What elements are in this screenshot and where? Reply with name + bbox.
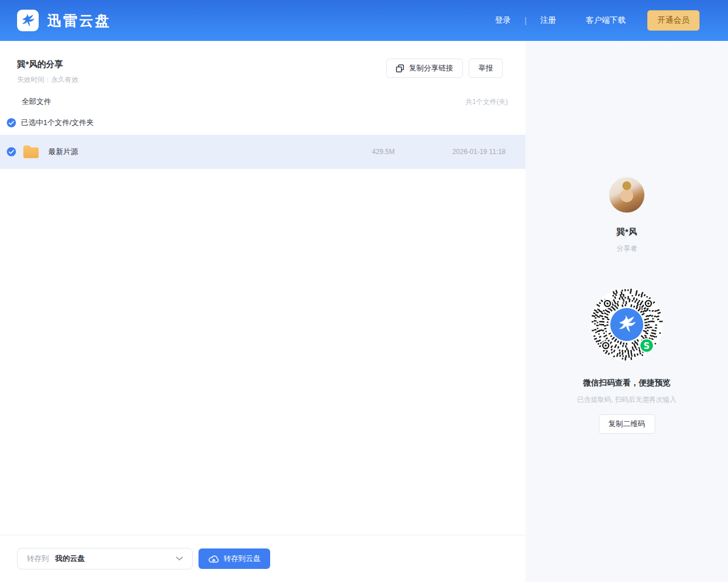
share-head: 巽*风的分享 失效时间：永久有效 复制分享链接 举报 xyxy=(0,41,526,85)
file-checkbox[interactable] xyxy=(7,147,16,156)
copy-icon xyxy=(396,64,404,73)
save-to-value: 我的云盘 xyxy=(55,554,85,564)
cloud-upload-icon xyxy=(208,555,219,563)
brand-name: 迅雷云盘 xyxy=(47,11,111,30)
xunlei-bird-icon xyxy=(20,13,35,28)
wechat-qr-code: S xyxy=(590,288,663,361)
save-to-cloud-label: 转存到云盘 xyxy=(224,554,260,564)
header-nav: 登录 | 注册 客户端下载 开通会员 xyxy=(495,10,700,31)
save-bar: 转存到 我的云盘 转存到云盘 xyxy=(0,535,526,582)
check-icon xyxy=(9,149,14,155)
report-label: 举报 xyxy=(478,63,493,73)
save-to-cloud-button[interactable]: 转存到云盘 xyxy=(198,548,270,569)
sharer-avatar xyxy=(609,177,644,213)
top-header: 迅雷云盘 登录 | 注册 客户端下载 开通会员 xyxy=(0,0,728,41)
chevron-down-icon xyxy=(176,556,183,561)
share-content: 巽*风的分享 失效时间：永久有效 复制分享链接 举报 全部文件 共1个文件(夹) xyxy=(0,41,526,582)
open-vip-button[interactable]: 开通会员 xyxy=(647,10,700,31)
file-name: 最新片源 xyxy=(48,147,287,157)
sharer-panel: 巽*风 分享者 S 微信扫码查看，便捷预览 已含提取码, 扫码后无需再次输入 复… xyxy=(526,41,728,582)
svg-text:S: S xyxy=(644,341,650,351)
breadcrumb-all-files[interactable]: 全部文件 xyxy=(22,97,51,107)
file-row[interactable]: 最新片源 429.5M 2026-01-19 11:18 xyxy=(0,135,526,169)
file-count-label: 共1个文件(夹) xyxy=(465,97,508,107)
check-icon xyxy=(9,120,14,126)
copy-qr-code-button[interactable]: 复制二维码 xyxy=(599,414,655,434)
sharer-role-label: 分享者 xyxy=(526,244,728,253)
select-all-checkbox[interactable] xyxy=(7,118,16,127)
selection-summary-row: 已选中1个文件/文件夹 xyxy=(0,107,526,135)
qr-scan-subtitle: 已含提取码, 扫码后无需再次输入 xyxy=(526,395,728,405)
selected-info-label: 已选中1个文件/文件夹 xyxy=(21,118,94,128)
save-to-label: 转存到 xyxy=(27,554,49,564)
file-date: 2026-01-19 11:18 xyxy=(395,148,506,156)
brand[interactable]: 迅雷云盘 xyxy=(17,10,111,31)
login-link[interactable]: 登录 xyxy=(495,15,511,26)
qr-scan-title: 微信扫码查看，便捷预览 xyxy=(526,378,728,388)
app-logo xyxy=(17,10,39,31)
breadcrumb-row: 全部文件 共1个文件(夹) xyxy=(0,85,526,107)
folder-icon xyxy=(22,144,40,159)
register-link[interactable]: 注册 xyxy=(540,15,556,26)
sharer-name: 巽*风 xyxy=(526,227,728,238)
client-download-link[interactable]: 客户端下载 xyxy=(586,15,626,26)
share-actions: 复制分享链接 举报 xyxy=(386,59,503,78)
nav-divider: | xyxy=(524,16,527,25)
file-size: 429.5M xyxy=(287,148,395,156)
copy-share-link-label: 复制分享链接 xyxy=(409,63,453,73)
save-destination-select[interactable]: 转存到 我的云盘 xyxy=(17,548,193,569)
report-button[interactable]: 举报 xyxy=(469,59,503,78)
copy-share-link-button[interactable]: 复制分享链接 xyxy=(386,59,463,78)
